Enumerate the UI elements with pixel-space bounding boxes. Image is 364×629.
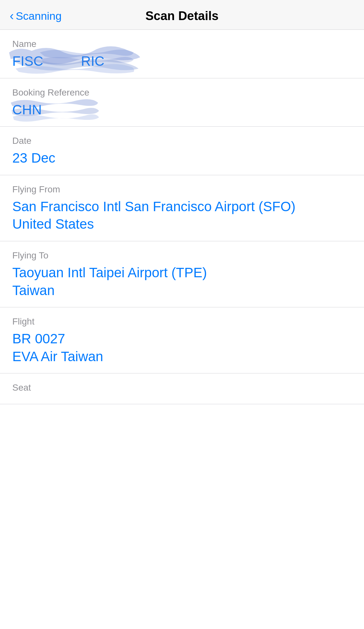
back-chevron-icon: ‹	[10, 10, 14, 22]
flight-value: BR 0027 EVA Air Taiwan	[12, 330, 352, 365]
page-title: Scan Details	[146, 9, 219, 23]
flying-from-field: Flying From San Francisco Intl San Franc…	[0, 175, 364, 241]
flight-field: Flight BR 0027 EVA Air Taiwan	[0, 307, 364, 373]
flying-to-value: Taoyuan Intl Taipei Airport (TPE) Taiwan	[12, 264, 352, 299]
name-label: Name	[12, 39, 352, 49]
scan-details-content: Name FISC RIC Booking Reference CHN	[0, 30, 364, 404]
booking-reference-value: CHN	[12, 102, 42, 117]
name-field: Name FISC RIC	[0, 30, 364, 78]
date-label: Date	[12, 136, 352, 146]
flying-from-label: Flying From	[12, 184, 352, 195]
booking-reference-label: Booking Reference	[12, 87, 352, 98]
booking-reference-value-wrapper: CHN	[12, 101, 42, 119]
back-button[interactable]: ‹ Scanning	[10, 10, 61, 22]
flight-label: Flight	[12, 316, 352, 327]
seat-field: Seat	[0, 373, 364, 404]
date-field: Date 23 Dec	[0, 127, 364, 175]
back-label: Scanning	[16, 10, 62, 22]
flying-to-label: Flying To	[12, 250, 352, 261]
flying-from-value: San Francisco Intl San Francisco Airport…	[12, 198, 352, 233]
seat-label: Seat	[12, 383, 352, 393]
flying-to-field: Flying To Taoyuan Intl Taipei Airport (T…	[0, 241, 364, 307]
name-value-wrapper: FISC RIC	[12, 52, 105, 70]
name-value: FISC RIC	[12, 53, 105, 69]
navigation-bar: ‹ Scanning Scan Details	[0, 0, 364, 30]
date-value: 23 Dec	[12, 149, 352, 167]
booking-reference-field: Booking Reference CHN	[0, 78, 364, 127]
